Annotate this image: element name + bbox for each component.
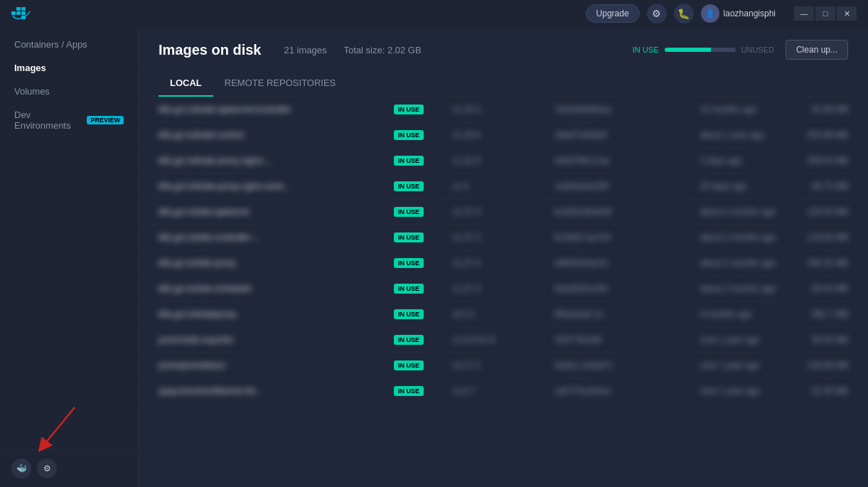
status-badge: IN USE	[394, 105, 424, 114]
image-id: e8b0f1b4ac51	[554, 258, 609, 268]
image-created: over 1 year ago	[700, 386, 759, 396]
bug-icon[interactable]: 🐛	[674, 4, 694, 23]
image-created: about 2 months ago	[700, 207, 776, 217]
table-row[interactable]: quay.io/coreos/flannel-init... IN USE v1…	[139, 378, 868, 404]
docker-logo	[11, 6, 34, 21]
image-id: 7b6a46d6b5aa	[554, 105, 611, 114]
image-created: 10 months ago	[700, 105, 756, 114]
image-tag: v1.19.6	[452, 130, 480, 140]
table-row[interactable]: prom/node-exporter IN USE v1.0.0-k1.8 32…	[139, 327, 868, 353]
image-size: 125.52 MB	[807, 207, 848, 217]
topbar: Upgrade ⚙ 🐛 👤 laozhangisphi — □ ✕	[0, 0, 868, 27]
status-badge: IN USE	[394, 284, 424, 294]
table-row[interactable]: k8s.gcr.io/kube-control IN USE v1.19.6 3…	[139, 122, 868, 148]
image-created: 20 days ago	[700, 181, 746, 191]
table-row[interactable]: k8s.gcr.io/istio-apiserver IN USE v1.27.…	[139, 199, 868, 225]
close-button[interactable]: ✕	[837, 6, 857, 21]
svg-rect-1	[16, 11, 21, 15]
image-tag: v1.27.3	[452, 207, 480, 217]
images-table: k8s.gcr.io/kube-apiserver/controller IN …	[139, 97, 868, 404]
topbar-actions: Upgrade ⚙ 🐛 👤 laozhangisphi — □ ✕	[586, 4, 857, 23]
red-arrow	[28, 400, 100, 464]
image-id: 5a6a1 ca3a671	[554, 360, 614, 370]
sidebar: Containers / Apps Images Volumes Dev Env…	[0, 27, 139, 487]
image-name: k8s.gcr.io/istio-apiserver	[159, 207, 250, 217]
image-id: fa4a3b2b1d0c	[554, 284, 609, 294]
image-id: ca0775c3e4aa	[554, 386, 611, 396]
header-left: Images on disk 21 images Total size: 2.0…	[159, 42, 422, 58]
sidebar-item-label: Dev Environments	[14, 109, 78, 131]
status-badge: IN USE	[394, 258, 424, 268]
status-badge: IN USE	[394, 232, 424, 242]
sidebar-footer: 🐳 ⚙	[0, 449, 138, 487]
image-tag: v1.4	[452, 181, 468, 191]
image-size: 195.32 MB	[807, 258, 848, 268]
image-created: about 2 months ago	[700, 232, 776, 242]
username-label: laozhangisphi	[724, 9, 776, 18]
table-row[interactable]: prom/prometheus IN USE v2.17.2 5a6a1 ca3…	[139, 353, 868, 378]
usage-in-use-bar	[665, 48, 711, 52]
image-size: 62.88 MB	[812, 105, 848, 114]
upgrade-button[interactable]: Upgrade	[586, 4, 640, 23]
content-header: Images on disk 21 images Total size: 2.0…	[139, 27, 868, 70]
image-id: ba30613b4e99	[554, 207, 611, 217]
image-created: about 2 months ago	[700, 284, 776, 294]
table-row[interactable]: k8s.gcr.io/istio-proxy IN USE v1.27.3 e8…	[139, 250, 868, 276]
image-size: 46.75 MB	[812, 181, 848, 191]
header-right: IN USE UNUSED Clean up...	[633, 40, 848, 60]
image-id: 4d5d79b1c2ac	[554, 156, 611, 166]
image-created: 8 months ago	[700, 309, 752, 319]
image-count: 21 images	[284, 45, 327, 55]
image-created: over 1 year ago	[700, 360, 759, 370]
image-name: k8s.gcr.io/kube-control	[159, 130, 244, 140]
in-use-label: IN USE	[633, 46, 659, 54]
tab-remote[interactable]: REMOTE REPOSITORIES	[213, 70, 348, 97]
svg-rect-2	[21, 11, 26, 15]
image-size: 56.55 MB	[812, 335, 848, 345]
docker-logo-icon	[11, 6, 34, 21]
image-name: prom/prometheus	[159, 360, 225, 370]
status-badge: IN USE	[394, 130, 424, 140]
image-size: 52.30 MB	[812, 386, 848, 396]
sidebar-item-volumes[interactable]: Volumes	[0, 80, 138, 103]
table-row[interactable]: k8s.gcr.io/istio-scheduler IN USE v1.27.…	[139, 276, 868, 301]
sidebar-item-label: Volumes	[14, 86, 50, 97]
images-table-container[interactable]: k8s.gcr.io/kube-apiserver/controller IN …	[139, 97, 868, 487]
svg-rect-0	[11, 11, 16, 15]
image-name: k8s.gcr.io/istio-controller-...	[159, 232, 260, 242]
image-name: prom/node-exporter	[159, 335, 233, 345]
preview-badge: PREVIEW	[87, 116, 124, 124]
cleanup-button[interactable]: Clean up...	[786, 40, 848, 60]
table-row[interactable]: k8s.gcr.io/kube-proxy-nginx-... IN USE v…	[139, 148, 868, 173]
image-tag: v1.0.0-k1.8	[452, 335, 494, 345]
usage-bar-container: IN USE UNUSED	[633, 46, 774, 54]
tab-local[interactable]: LOCAL	[159, 70, 213, 97]
table-row[interactable]: k8s.gcr.io/kube-proxy-nginx-work... IN U…	[139, 173, 868, 199]
sidebar-nav: Containers / Apps Images Volumes Dev Env…	[0, 27, 138, 449]
image-name: k8s.gcr.io/kube-proxy-nginx-work...	[159, 181, 290, 191]
settings-icon[interactable]: ⚙	[647, 4, 667, 23]
sidebar-item-containers[interactable]: Containers / Apps	[0, 33, 138, 56]
table-row[interactable]: k8s.gcr.io/kubeproxy IN USE v5.4.1 0ffed…	[139, 301, 868, 327]
image-size: 992.7 MB	[812, 309, 848, 319]
status-badge: IN USE	[394, 156, 424, 166]
table-row[interactable]: k8s.gcr.io/istio-controller-... IN USE v…	[139, 225, 868, 250]
image-id: 1a4d3a4e20f3	[554, 181, 609, 191]
status-badge: IN USE	[394, 309, 424, 319]
header-stats: 21 images Total size: 2.02 GB	[284, 45, 422, 55]
status-badge: IN USE	[394, 335, 424, 345]
sidebar-item-images[interactable]: Images	[0, 56, 138, 80]
usage-unused-bar	[711, 48, 736, 52]
minimize-button[interactable]: —	[794, 6, 814, 21]
user-menu[interactable]: 👤 laozhangisphi	[701, 4, 776, 23]
maximize-button[interactable]: □	[815, 6, 835, 21]
image-name: k8s.gcr.io/kubeproxy	[159, 309, 236, 319]
total-size: Total size: 2.02 GB	[343, 45, 421, 55]
image-created: 4 days ago	[700, 156, 742, 166]
svg-rect-4	[21, 7, 26, 11]
image-name: k8s.gcr.io/istio-scheduler	[159, 284, 252, 294]
sidebar-item-dev-env[interactable]: Dev Environments PREVIEW	[0, 103, 138, 137]
status-badge: IN USE	[394, 181, 424, 191]
image-size: 259.04 MB	[807, 156, 848, 166]
table-row[interactable]: k8s.gcr.io/kube-apiserver/controller IN …	[139, 97, 868, 122]
